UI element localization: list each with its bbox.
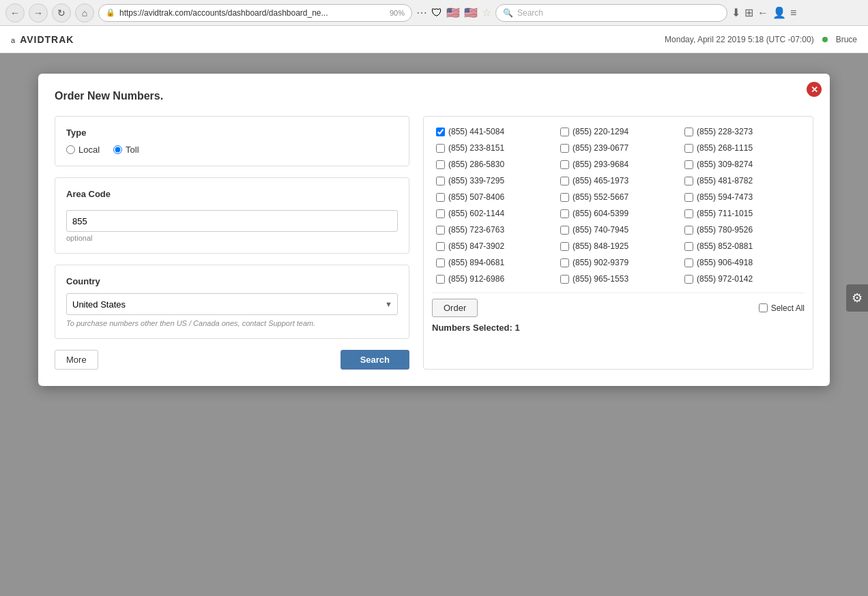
area-code-input[interactable] [66, 210, 398, 232]
number-checkbox[interactable] [436, 242, 445, 251]
number-checkbox[interactable] [684, 144, 693, 153]
number-item[interactable]: (855) 481-8782 [680, 174, 805, 188]
download-icon[interactable]: ⬇ [732, 6, 740, 19]
number-item[interactable]: (855) 848-1925 [556, 239, 680, 253]
number-item[interactable]: (855) 602-1144 [432, 207, 556, 220]
number-item[interactable]: (855) 228-3273 [680, 125, 805, 138]
more-options-icon[interactable]: ⋯ [416, 6, 427, 19]
select-all-area: Select All [759, 303, 805, 313]
number-item[interactable]: (855) 894-0681 [432, 256, 556, 269]
number-checkbox[interactable] [684, 177, 693, 185]
forward-button[interactable]: → [29, 3, 48, 23]
number-item[interactable]: (855) 902-9379 [556, 256, 680, 269]
number-item[interactable]: (855) 293-9684 [556, 158, 680, 171]
number-checkbox[interactable] [560, 177, 569, 185]
more-button[interactable]: More [55, 350, 98, 370]
number-checkbox[interactable] [436, 177, 445, 185]
number-checkbox[interactable] [436, 160, 445, 169]
number-text: (855) 780-9526 [697, 225, 753, 235]
number-checkbox[interactable] [560, 193, 569, 202]
number-checkbox[interactable] [560, 275, 569, 284]
number-item[interactable]: (855) 309-8274 [680, 158, 805, 171]
number-item[interactable]: (855) 286-5830 [432, 158, 556, 171]
number-item[interactable]: (855) 780-9526 [680, 223, 805, 237]
toll-radio[interactable] [113, 145, 122, 154]
number-item[interactable]: (855) 594-7473 [680, 190, 805, 204]
number-checkbox[interactable] [684, 160, 693, 169]
menu-icon[interactable]: ≡ [790, 7, 796, 19]
number-checkbox[interactable] [436, 193, 445, 202]
number-checkbox[interactable] [560, 258, 569, 267]
number-checkbox[interactable] [684, 128, 693, 136]
back-nav-icon[interactable]: ← [757, 7, 768, 19]
number-checkbox[interactable] [560, 209, 569, 218]
select-all-checkbox[interactable] [759, 303, 768, 312]
number-item[interactable]: (855) 847-3902 [432, 239, 556, 253]
number-item[interactable]: (855) 912-6986 [432, 272, 556, 286]
flag-icon2: 🇺🇸 [464, 6, 478, 19]
numbers-grid: (855) 441-5084(855) 220-1294(855) 228-32… [432, 125, 805, 286]
number-checkbox[interactable] [684, 242, 693, 251]
search-button[interactable]: Search [341, 350, 409, 370]
number-item[interactable]: (855) 852-0881 [680, 239, 805, 253]
number-item[interactable]: (855) 552-5667 [556, 190, 680, 204]
local-radio-item[interactable]: Local [66, 145, 100, 155]
number-item[interactable]: (855) 972-0142 [680, 272, 805, 286]
number-item[interactable]: (855) 339-7295 [432, 174, 556, 188]
number-item[interactable]: (855) 465-1973 [556, 174, 680, 188]
local-radio[interactable] [66, 145, 75, 154]
modal-close-button[interactable]: ✕ [807, 82, 822, 97]
number-item[interactable]: (855) 233-8151 [432, 141, 556, 155]
number-checkbox[interactable] [684, 258, 693, 267]
number-item[interactable]: (855) 507-8406 [432, 190, 556, 204]
user-icon[interactable]: 👤 [772, 6, 786, 19]
extensions-icon[interactable]: ⊞ [744, 6, 753, 19]
username: Bruce [836, 35, 857, 44]
number-checkbox[interactable] [436, 209, 445, 218]
back-button[interactable]: ← [5, 3, 25, 23]
number-item[interactable]: (855) 604-5399 [556, 207, 680, 220]
number-item[interactable]: (855) 268-1115 [680, 141, 805, 155]
url-bar[interactable]: 🔒 https://avidtrak.com/accounts/dashboar… [98, 4, 412, 22]
number-text: (855) 852-0881 [697, 241, 753, 251]
order-button[interactable]: Order [432, 299, 478, 317]
number-checkbox[interactable] [436, 144, 445, 153]
number-checkbox[interactable] [684, 193, 693, 202]
sidebar-gear-button[interactable]: ⚙ [846, 284, 868, 312]
number-item[interactable]: (855) 723-6763 [432, 223, 556, 237]
search-placeholder: Search [517, 8, 543, 18]
number-checkbox[interactable] [684, 275, 693, 284]
refresh-button[interactable]: ↻ [52, 3, 71, 23]
number-item[interactable]: (855) 965-1553 [556, 272, 680, 286]
number-item[interactable]: (855) 906-4918 [680, 256, 805, 269]
number-checkbox[interactable] [684, 209, 693, 218]
number-item[interactable]: (855) 711-1015 [680, 207, 805, 220]
home-button[interactable]: ⌂ [75, 3, 94, 23]
local-label: Local [78, 145, 100, 155]
country-label: Country [66, 276, 398, 286]
number-item[interactable]: (855) 239-0677 [556, 141, 680, 155]
browser-chrome: ← → ↻ ⌂ 🔒 https://avidtrak.com/accounts/… [0, 0, 868, 26]
number-checkbox[interactable] [436, 258, 445, 267]
star-icon[interactable]: ☆ [482, 6, 491, 19]
number-item[interactable]: (855) 220-1294 [556, 125, 680, 138]
number-checkbox[interactable] [436, 275, 445, 284]
number-checkbox[interactable] [560, 128, 569, 136]
number-checkbox[interactable] [436, 128, 445, 136]
number-checkbox[interactable] [684, 226, 693, 235]
number-item[interactable]: (855) 441-5084 [432, 125, 556, 138]
number-checkbox[interactable] [560, 226, 569, 235]
number-checkbox[interactable] [560, 144, 569, 153]
toll-radio-item[interactable]: Toll [113, 145, 139, 155]
number-text: (855) 912-6986 [448, 274, 504, 284]
number-checkbox[interactable] [560, 160, 569, 169]
toll-label: Toll [126, 145, 139, 155]
number-item[interactable]: (855) 740-7945 [556, 223, 680, 237]
right-panel: (855) 441-5084(855) 220-1294(855) 228-32… [423, 116, 813, 370]
country-select[interactable]: United States Canada [66, 293, 398, 315]
number-checkbox[interactable] [436, 226, 445, 235]
numbers-selected-label: Numbers Selected: [432, 323, 512, 333]
url-text: https://avidtrak.com/accounts/dashboard/… [119, 8, 328, 18]
number-checkbox[interactable] [560, 242, 569, 251]
browser-search-bar[interactable]: 🔍 Search [495, 4, 727, 22]
